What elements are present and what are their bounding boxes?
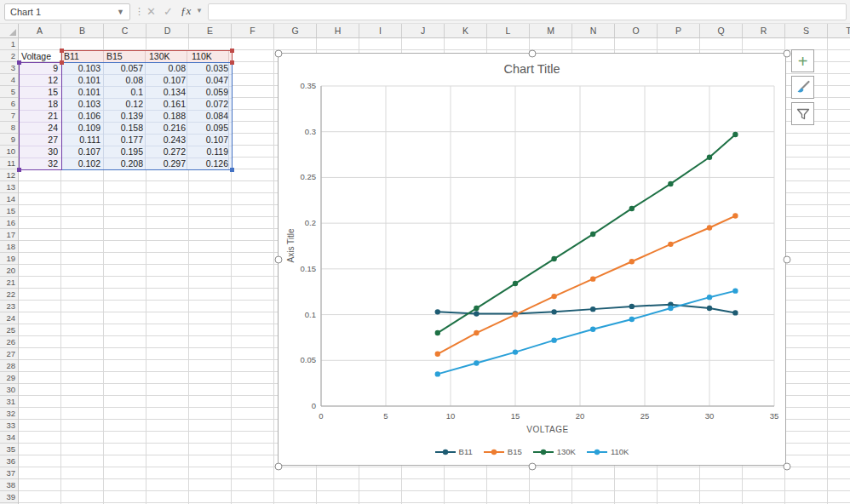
data-point-b11[interactable] [732, 310, 738, 315]
data-point-b15[interactable] [590, 276, 595, 281]
row-header-24[interactable]: 24 [0, 312, 19, 324]
column-header-i[interactable]: I [359, 24, 402, 38]
cell-series-header[interactable]: B15 [104, 50, 146, 62]
row-header-27[interactable]: 27 [0, 348, 19, 360]
chart-styles-button[interactable] [791, 76, 814, 99]
data-point-110k[interactable] [732, 288, 738, 293]
row-header-34[interactable]: 34 [0, 432, 19, 444]
cell-value[interactable]: 0.08 [104, 74, 146, 86]
row-header-13[interactable]: 13 [0, 181, 19, 193]
resize-handle-e[interactable] [784, 256, 791, 264]
column-header-m[interactable]: M [530, 24, 572, 38]
cell-value[interactable]: 0.126 [189, 158, 232, 169]
data-point-130k[interactable] [732, 132, 738, 137]
series-line-b15[interactable] [438, 216, 736, 354]
row-header-8[interactable]: 8 [0, 122, 19, 134]
row-header-38[interactable]: 38 [0, 479, 19, 491]
chevron-down-icon[interactable]: ▼ [117, 8, 124, 16]
column-header-s[interactable]: S [785, 24, 828, 38]
data-point-b15[interactable] [435, 352, 440, 357]
row-header-17[interactable]: 17 [0, 229, 19, 241]
row-header-25[interactable]: 25 [0, 324, 19, 336]
column-header-b[interactable]: B [61, 24, 104, 38]
row-header-4[interactable]: 4 [0, 74, 19, 86]
cell-value[interactable]: 30 [19, 146, 61, 158]
cell-value[interactable]: 15 [19, 86, 61, 98]
column-header-d[interactable]: D [146, 24, 189, 38]
cell-value[interactable]: 0.103 [61, 98, 104, 110]
legend-item-110k[interactable]: 110K [587, 447, 629, 456]
row-header-15[interactable]: 15 [0, 205, 19, 217]
cell-value[interactable]: 0.12 [104, 98, 146, 110]
column-header-f[interactable]: F [232, 24, 274, 38]
cell-value[interactable]: 0.057 [104, 62, 146, 74]
column-header-c[interactable]: C [104, 24, 146, 38]
cell-value[interactable]: 18 [19, 98, 61, 110]
x-axis-title[interactable]: VOLTAGE [321, 425, 774, 434]
cell-value[interactable]: 12 [19, 74, 61, 86]
row-header-20[interactable]: 20 [0, 265, 19, 277]
data-point-110k[interactable] [629, 317, 635, 322]
legend-item-b11[interactable]: B11 [435, 447, 473, 456]
data-point-110k[interactable] [435, 371, 440, 376]
cell-value[interactable]: 0.188 [146, 110, 189, 122]
cell-value[interactable]: 0.243 [146, 134, 189, 146]
cell-value[interactable]: 27 [19, 134, 61, 146]
data-point-110k[interactable] [590, 327, 595, 332]
cell-value[interactable]: 0.297 [146, 158, 189, 169]
legend-item-b15[interactable]: B15 [484, 447, 522, 456]
row-header-2[interactable]: 2 [0, 50, 19, 62]
data-point-110k[interactable] [474, 360, 479, 365]
row-header-33[interactable]: 33 [0, 420, 19, 432]
row-header-28[interactable]: 28 [0, 360, 19, 372]
data-point-b11[interactable] [474, 311, 479, 316]
data-point-b11[interactable] [629, 304, 635, 309]
row-header-39[interactable]: 39 [0, 491, 19, 503]
data-point-b15[interactable] [474, 330, 479, 335]
row-header-35[interactable]: 35 [0, 444, 19, 455]
cell-value[interactable]: 0.107 [189, 134, 232, 146]
cell-category-header[interactable]: Voltage [19, 50, 61, 62]
row-header-16[interactable]: 16 [0, 217, 19, 229]
resize-handle-nw[interactable] [275, 50, 283, 58]
data-point-110k[interactable] [668, 306, 673, 311]
row-header-29[interactable]: 29 [0, 372, 19, 384]
row-header-5[interactable]: 5 [0, 86, 19, 98]
column-header-l[interactable]: L [487, 24, 530, 38]
chart-title[interactable]: Chart Title [279, 62, 785, 76]
cell-value[interactable]: 0.111 [61, 134, 104, 146]
legend-item-130k[interactable]: 130K [533, 447, 576, 456]
name-box[interactable]: Chart 1 ▼ [4, 3, 130, 20]
resize-handle-ne[interactable] [784, 50, 791, 58]
cell-value[interactable]: 0.107 [61, 146, 104, 158]
series-line-b11[interactable] [438, 305, 736, 314]
row-header-10[interactable]: 10 [0, 146, 19, 158]
cell-value[interactable]: 0.101 [61, 74, 104, 86]
cell-series-header[interactable]: 130K [146, 50, 189, 62]
column-header-g[interactable]: G [274, 24, 317, 38]
series-line-110k[interactable] [438, 291, 736, 375]
data-point-b11[interactable] [551, 309, 556, 314]
column-header-a[interactable]: A [19, 24, 61, 38]
cell-value[interactable]: 0.134 [146, 86, 189, 98]
data-point-130k[interactable] [668, 181, 673, 186]
data-point-b15[interactable] [629, 259, 635, 264]
cell-value[interactable]: 0.208 [104, 158, 146, 169]
row-header-23[interactable]: 23 [0, 301, 19, 312]
data-point-b11[interactable] [435, 309, 440, 314]
y-axis-title[interactable]: Axis Title [286, 152, 296, 340]
data-point-b11[interactable] [590, 306, 595, 312]
column-header-q[interactable]: Q [700, 24, 743, 38]
chevron-down-icon[interactable]: ▼ [196, 7, 203, 14]
chart-elements-button[interactable]: + [791, 49, 814, 72]
data-point-130k[interactable] [435, 330, 440, 335]
row-header-14[interactable]: 14 [0, 193, 19, 205]
row-header-18[interactable]: 18 [0, 241, 19, 253]
data-point-b15[interactable] [707, 225, 712, 230]
data-point-110k[interactable] [707, 295, 712, 300]
cell-value[interactable]: 0.08 [146, 62, 189, 74]
formula-input[interactable] [208, 3, 847, 20]
data-point-130k[interactable] [551, 256, 556, 261]
cell-value[interactable]: 0.095 [189, 122, 232, 134]
column-header-h[interactable]: H [317, 24, 359, 38]
